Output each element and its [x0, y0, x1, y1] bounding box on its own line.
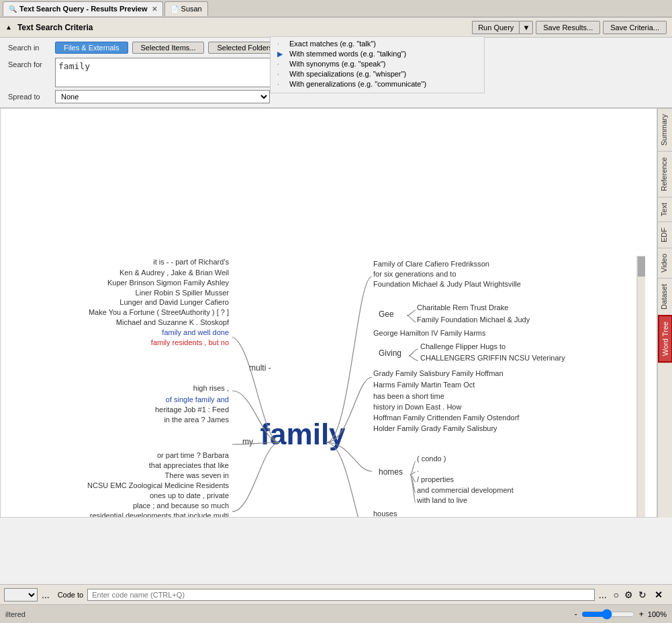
branch-left-5: Lunger and David Lunger Cafiero	[119, 298, 229, 306]
find-option-exact[interactable]: · Exact matches (e.g. "talk")	[277, 40, 477, 48]
sidebar-tab-reference[interactable]: Reference	[658, 151, 673, 197]
sidebar-tab-dataset[interactable]: Dataset	[658, 278, 673, 315]
right-sidebar: Summary Reference Text EDF Video Dataset…	[657, 108, 672, 518]
sidebar-tab-summary[interactable]: Summary	[658, 108, 673, 151]
scrollbar-thumb[interactable]	[638, 256, 645, 277]
spread-to-dropdown[interactable]: None	[55, 90, 270, 103]
save-results-button[interactable]: Save Results...	[536, 21, 600, 34]
search-icon: 🔍	[9, 5, 17, 13]
bottom-dots-right[interactable]: ...	[595, 589, 611, 600]
circle-icon[interactable]: ○	[614, 589, 619, 600]
settings-icon[interactable]: ⚙	[624, 589, 633, 600]
branch-right-1: Family of Clare Cafiero Fredriksson	[373, 260, 489, 268]
branch-left-place: place ; and because so much	[133, 501, 229, 510]
branch-right-land-live: with land to live	[416, 496, 467, 504]
save-criteria-button[interactable]: Save Criteria...	[603, 21, 667, 34]
tab-label-susan: Susan	[181, 5, 202, 13]
zoom-area: - + 100%	[575, 609, 667, 620]
branch-left-residential: residential developments that include mu…	[90, 512, 229, 518]
branch-left-single: of single family and	[166, 395, 229, 403]
path-left-trunk-lower	[232, 442, 279, 512]
status-bar: iltered - + 100%	[0, 604, 672, 623]
files-externals-button[interactable]: Files & Externals	[55, 42, 128, 54]
sidebar-tab-edf[interactable]: EDF	[658, 222, 673, 248]
word-tree-svg: it is - - part of Richard's Ken & Audrey…	[1, 109, 645, 518]
multi-label: multi -	[249, 363, 271, 373]
find-option-generalizations[interactable]: · With generalizations (e.g. "communicat…	[277, 80, 477, 88]
sidebar-tab-word-tree[interactable]: Word Tree	[658, 315, 673, 363]
branch-right-hoffman: Hoffman Family Crittenden Family Ostendo…	[373, 414, 520, 422]
sidebar-tab-text[interactable]: Text	[658, 197, 673, 222]
bottom-dropdown[interactable]	[4, 588, 38, 602]
branch-left-2: Ken & Audrey , Jake & Brian Weil	[119, 269, 229, 277]
find-generalizations-label: With generalizations (e.g. "communicate"…	[289, 80, 426, 88]
branch-right-history: history in Down East . How	[373, 403, 461, 411]
bullet-synonyms: ·	[277, 60, 287, 68]
homes-label: homes	[379, 467, 403, 477]
path-giving-1	[409, 349, 418, 356]
tab-label-search: Text Search Query - Results Preview	[19, 5, 148, 13]
branch-left-seven: There was seven in	[165, 471, 229, 479]
refresh-icon[interactable]: ↻	[638, 589, 646, 600]
find-options-panel: · Exact matches (e.g. "talk") ▶ With ste…	[270, 36, 485, 93]
find-exact-label: Exact matches (e.g. "talk")	[289, 40, 376, 48]
branch-left-parttime: or part time ? Barbara	[157, 451, 230, 459]
search-panel: Search in Files & Externals Selected Ite…	[0, 38, 672, 108]
branch-right-houses: houses	[373, 510, 397, 518]
branch-left-ncsu: NCSU EMC Zoological Medicine Residents	[87, 481, 229, 489]
find-option-specializations[interactable]: · With specializations (e.g. "whisper")	[277, 70, 477, 78]
close-button[interactable]: ✕	[655, 589, 663, 600]
bullet-specializations: ·	[277, 70, 287, 78]
branch-right-dot: .	[417, 465, 419, 473]
word-tree-area[interactable]: it is - - part of Richard's Ken & Audrey…	[0, 108, 657, 518]
branch-left-high: high rises ,	[193, 384, 229, 392]
bullet-generalizations: ·	[277, 81, 287, 88]
doc-icon: 📄	[171, 5, 179, 13]
path-gee-1	[407, 310, 416, 316]
code-to-label: Code to	[58, 591, 84, 599]
zoom-percent: 100%	[648, 610, 667, 618]
collapse-button[interactable]: ▲	[5, 23, 12, 31]
branch-right-2: for six generations and to	[373, 270, 457, 278]
branch-left-ones: ones up to date , private	[150, 491, 229, 499]
arrow-stemmed: ▶	[277, 50, 287, 58]
path-gee-2	[407, 316, 416, 322]
tab-susan[interactable]: 📄 Susan	[164, 1, 208, 16]
header-buttons: Run Query ▼ Save Results... Save Criteri…	[472, 21, 667, 34]
find-option-synonyms[interactable]: · With synonyms (e.g. "speak")	[277, 60, 477, 68]
criteria-header: ▲ Text Search Criteria Run Query ▼ Save …	[0, 17, 672, 38]
criteria-title: Text Search Criteria	[17, 23, 472, 32]
zoom-plus[interactable]: +	[639, 610, 644, 619]
branch-left-family2: family residents , but no	[151, 338, 229, 346]
search-in-label: Search in	[8, 44, 55, 52]
run-query-dropdown[interactable]: ▼	[519, 21, 533, 34]
branch-right-commercial: and commercial development	[417, 486, 514, 494]
gee-label: Gee	[379, 309, 394, 319]
zoom-slider[interactable]	[581, 609, 635, 620]
find-specializations-label: With specializations (e.g. "whisper")	[289, 70, 406, 78]
bottom-bar: ... Code to ... ○ ⚙ ↻ ✕	[0, 584, 672, 604]
branch-left-6: Make You a Fortune ( StreetAuthority ) […	[89, 308, 229, 316]
zoom-minus[interactable]: -	[575, 610, 577, 619]
branch-right-3: Foundation Michael & Judy Plaut Wrightsv…	[373, 280, 521, 288]
bottom-dots-left[interactable]: ...	[38, 589, 54, 600]
branch-left-3: Kuper Brinson Sigmon Family Ashley	[107, 279, 229, 287]
my-label: my	[242, 437, 253, 446]
branch-right-harms: Harms Family Martin Team Oct	[373, 381, 475, 389]
tab-search-results[interactable]: 🔍 Text Search Query - Results Preview ✕	[3, 1, 163, 16]
code-name-input[interactable]	[87, 589, 595, 601]
branch-right-hamilton: George Hamilton IV Family Harms	[373, 329, 486, 337]
scrollbar-track[interactable]	[637, 256, 645, 518]
selected-items-button[interactable]: Selected Items...	[132, 42, 205, 54]
run-query-button[interactable]: Run Query	[472, 21, 519, 34]
find-option-stemmed[interactable]: ▶ With stemmed words (e.g. "talking")	[277, 50, 477, 58]
branch-right-properties: / properties	[417, 475, 454, 483]
branch-right-holder: Holder Family Grady Family Salisbury	[373, 424, 497, 432]
spread-to-label: Spread to	[8, 93, 55, 101]
find-synonyms-label: With synonyms (e.g. "speak")	[289, 60, 386, 68]
branch-right-foundation: Family Foundation Michael & Judy	[417, 316, 530, 324]
sidebar-tab-video[interactable]: Video	[658, 248, 673, 278]
tab-close-search[interactable]: ✕	[152, 5, 157, 13]
find-stemmed-label: With stemmed words (e.g. "talking")	[289, 50, 406, 58]
branch-right-charitable: Charitable Rem Trust Drake	[417, 303, 508, 312]
